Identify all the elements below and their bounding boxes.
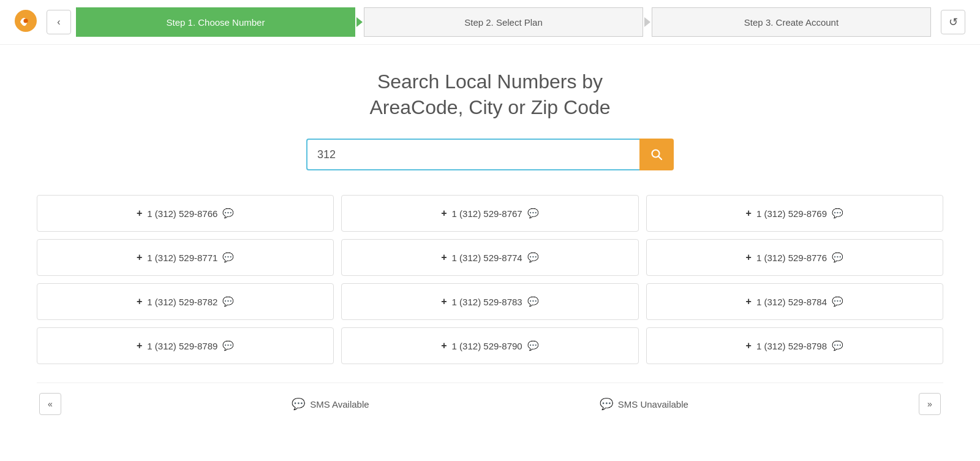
phone-item[interactable]: +1 (312) 529-8783💬 (341, 283, 638, 320)
step-1-box[interactable]: Step 1. Choose Number (76, 7, 355, 37)
step-1-label: Step 1. Choose Number (167, 17, 265, 28)
step-2-box[interactable]: Step 2. Select Plan (364, 7, 643, 37)
sms-available-legend: 💬 SMS Available (292, 397, 369, 411)
phone-plus-icon: + (137, 340, 142, 351)
phone-plus-icon: + (746, 252, 752, 263)
main-content: Search Local Numbers by AreaCode, City o… (0, 45, 980, 437)
step-arrow-1 (356, 17, 363, 27)
sms-chat-icon: 💬 (222, 296, 234, 307)
search-icon (650, 148, 663, 161)
phone-item[interactable]: +1 (312) 529-8790💬 (341, 327, 638, 364)
step-1[interactable]: Step 1. Choose Number (76, 7, 355, 37)
search-input[interactable] (306, 139, 639, 170)
step-3[interactable]: Step 3. Create Account (652, 7, 931, 37)
sms-available-label: SMS Available (310, 399, 369, 410)
sms-chat-icon: 💬 (222, 340, 234, 351)
sms-chat-icon: 💬 (527, 296, 539, 307)
phone-item[interactable]: +1 (312) 529-8789💬 (37, 327, 334, 364)
sms-chat-icon: 💬 (832, 296, 843, 307)
phone-item[interactable]: +1 (312) 529-8774💬 (341, 239, 638, 276)
phone-plus-icon: + (137, 252, 142, 263)
sms-chat-icon: 💬 (527, 208, 539, 219)
phone-item[interactable]: +1 (312) 529-8798💬 (646, 327, 943, 364)
step-3-label: Step 3. Create Account (744, 17, 839, 28)
sms-chat-icon: 💬 (832, 340, 843, 351)
step-2-label: Step 2. Select Plan (464, 17, 543, 28)
phone-number-text: 1 (312) 529-8776 (756, 253, 827, 263)
phone-plus-icon: + (137, 296, 142, 307)
phone-number-text: 1 (312) 529-8789 (147, 341, 217, 351)
phone-number-text: 1 (312) 529-8782 (147, 297, 217, 307)
phone-number-text: 1 (312) 529-8774 (452, 253, 522, 263)
sms-unavailable-icon: 💬 (600, 397, 613, 411)
sms-chat-icon: 💬 (527, 252, 539, 263)
step-2[interactable]: Step 2. Select Plan (364, 7, 643, 37)
phone-item[interactable]: +1 (312) 529-8771💬 (37, 239, 334, 276)
prev-page-button[interactable]: « (39, 393, 61, 415)
sms-chat-icon: 💬 (832, 208, 843, 219)
reset-icon: ↺ (949, 15, 958, 29)
phone-number-text: 1 (312) 529-8766 (147, 208, 217, 219)
sms-available-icon: 💬 (292, 397, 305, 411)
phone-grid: +1 (312) 529-8766💬+1 (312) 529-8767💬+1 (… (37, 195, 943, 364)
phone-item[interactable]: +1 (312) 529-8782💬 (37, 283, 334, 320)
search-button[interactable] (639, 139, 674, 170)
phone-item[interactable]: +1 (312) 529-8766💬 (37, 195, 334, 232)
search-title-line2: AreaCode, City or Zip Code (369, 96, 610, 118)
phone-number-text: 1 (312) 529-8767 (452, 208, 522, 219)
phone-plus-icon: + (746, 208, 752, 219)
next-page-button[interactable]: » (919, 393, 941, 415)
sms-unavailable-legend: 💬 SMS Unavailable (600, 397, 688, 411)
svg-line-3 (658, 156, 662, 159)
phone-number-text: 1 (312) 529-8783 (452, 297, 522, 307)
phone-number-text: 1 (312) 529-8771 (147, 253, 217, 263)
stepper: Step 1. Choose Number Step 2. Select Pla… (76, 7, 931, 37)
search-title-line1: Search Local Numbers by (377, 70, 603, 93)
header: ‹ Step 1. Choose Number Step 2. Select P… (0, 0, 980, 45)
sms-chat-icon: 💬 (222, 208, 234, 219)
phone-number-text: 1 (312) 529-8784 (756, 297, 827, 307)
phone-plus-icon: + (441, 296, 447, 307)
footer-legend: « 💬 SMS Available 💬 SMS Unavailable » (37, 383, 943, 425)
back-icon: ‹ (57, 17, 60, 28)
phone-item[interactable]: +1 (312) 529-8784💬 (646, 283, 943, 320)
logo (15, 10, 42, 34)
sms-chat-icon: 💬 (527, 340, 539, 351)
phone-number-text: 1 (312) 529-8790 (452, 341, 522, 351)
phone-plus-icon: + (441, 208, 447, 219)
phone-plus-icon: + (746, 340, 752, 351)
prev-icon: « (48, 399, 53, 409)
back-button[interactable]: ‹ (47, 10, 71, 34)
next-icon: » (927, 399, 932, 409)
phone-plus-icon: + (746, 296, 752, 307)
reset-button[interactable]: ↺ (941, 10, 965, 34)
phone-plus-icon: + (441, 340, 447, 351)
phone-number-text: 1 (312) 529-8769 (756, 208, 827, 219)
phone-item[interactable]: +1 (312) 529-8769💬 (646, 195, 943, 232)
phone-plus-icon: + (441, 252, 447, 263)
phone-item[interactable]: +1 (312) 529-8776💬 (646, 239, 943, 276)
sms-chat-icon: 💬 (222, 252, 234, 263)
svg-point-1 (23, 18, 28, 23)
phone-number-text: 1 (312) 529-8798 (756, 341, 827, 351)
phone-item[interactable]: +1 (312) 529-8767💬 (341, 195, 638, 232)
search-title: Search Local Numbers by AreaCode, City o… (37, 69, 943, 120)
sms-chat-icon: 💬 (832, 252, 843, 263)
sms-unavailable-label: SMS Unavailable (618, 399, 688, 410)
phone-plus-icon: + (137, 208, 142, 219)
step-arrow-2 (644, 17, 650, 27)
step-3-box[interactable]: Step 3. Create Account (652, 7, 931, 37)
search-section: Search Local Numbers by AreaCode, City o… (37, 69, 943, 170)
search-row (306, 139, 674, 170)
